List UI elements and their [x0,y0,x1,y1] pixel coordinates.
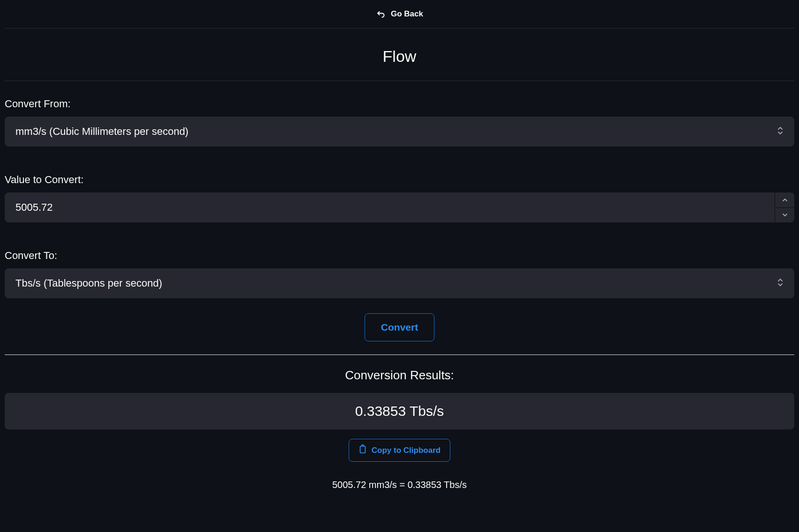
convert-to-select[interactable]: Tbs/s (Tablespoons per second) [5,268,794,298]
copy-label: Copy to Clipboard [372,446,441,455]
value-to-convert-label: Value to Convert: [5,174,794,186]
value-input[interactable] [5,192,794,222]
back-arrow-icon[interactable] [376,9,385,19]
copy-to-clipboard-button[interactable]: Copy to Clipboard [349,439,450,462]
results-divider [5,355,794,355]
convert-to-select-wrap: Tbs/s (Tablespoons per second) [5,268,794,298]
chevron-up-icon [782,198,788,202]
clipboard-icon [358,444,367,456]
stepper-down-button[interactable] [775,207,794,223]
conversion-summary: 5005.72 mm3/s = 0.33853 Tbs/s [5,480,794,504]
convert-button[interactable]: Convert [365,313,434,341]
svg-rect-0 [360,446,365,453]
divider [5,81,794,81]
convert-from-label: Convert From: [5,98,794,110]
convert-to-label: Convert To: [5,250,794,262]
stepper-up-button[interactable] [775,192,794,207]
go-back-link[interactable]: Go Back [391,9,423,19]
results-heading: Conversion Results: [5,368,794,383]
convert-from-select[interactable]: mm3/s (Cubic Millimeters per second) [5,117,794,147]
number-steppers [775,192,794,222]
result-value: 0.33853 Tbs/s [5,393,794,429]
chevron-down-icon [782,213,788,217]
header-bar: Go Back [5,0,794,29]
page-title: Flow [5,47,794,66]
convert-from-select-wrap: mm3/s (Cubic Millimeters per second) [5,117,794,147]
value-input-wrap [5,192,794,222]
